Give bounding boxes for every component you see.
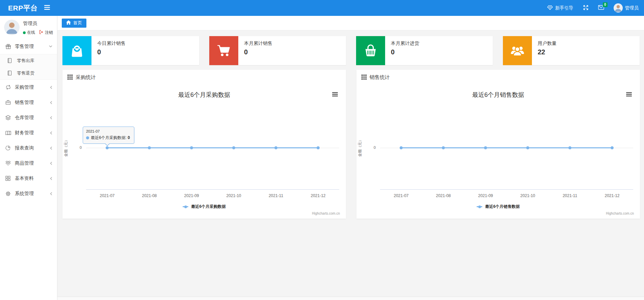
chart-credits-link[interactable]: Highcharts.com.cn — [312, 212, 340, 215]
ledger-icon — [5, 131, 12, 135]
sidebar-item-label: 系统管理 — [15, 191, 50, 197]
home-icon — [66, 20, 71, 26]
chevron-down-icon — [49, 45, 52, 48]
sidebar-item-4[interactable]: 财务管理 — [0, 125, 57, 140]
sidebar-item-label: 仓库管理 — [15, 115, 50, 121]
pie-chart-icon — [5, 145, 12, 151]
tooltip-header: 2021-07 — [86, 129, 131, 133]
messages-button[interactable]: 0 — [598, 0, 604, 16]
chart-panels-row: 采购统计最近6个月采购数据金额（元）02021-072021-082021-09… — [62, 70, 640, 219]
sidebar-item-1[interactable]: 采购管理 — [0, 80, 57, 95]
legend-item[interactable]: 最近6个月销售数据 — [477, 204, 520, 210]
sidebar-submenu: 零售出库零售退货 — [0, 54, 57, 80]
fullscreen-button[interactable] — [583, 0, 589, 16]
sidebar-item-6[interactable]: 商品管理 — [0, 156, 57, 171]
stat-card-label: 本月累计销售 — [244, 40, 272, 47]
logout-link[interactable]: 注销 — [39, 30, 53, 35]
online-status-label: 在线 — [27, 30, 35, 35]
chevron-left-icon — [50, 86, 52, 89]
app-brand: ERP平台 — [8, 0, 38, 16]
sidebar-item-8[interactable]: 系统管理 — [0, 186, 57, 201]
chart-tooltip: 2021-07最近6个月采购数据: 0 — [83, 127, 134, 144]
stat-card-label: 用户数量 — [538, 40, 557, 47]
online-status-icon — [23, 31, 26, 34]
shopping-cart-icon — [209, 36, 238, 65]
chart-series[interactable] — [356, 70, 640, 219]
chart-legend: 最近6个月采购数据 — [62, 204, 346, 210]
chart-credits-link[interactable]: Highcharts.com.cn — [606, 212, 634, 215]
sidebar-item-label: 采购管理 — [15, 84, 50, 90]
panel-header: 采购统计 — [68, 74, 96, 81]
avatar — [4, 20, 20, 35]
journal-icon — [7, 71, 15, 76]
logout-label: 注销 — [45, 30, 53, 35]
briefcase-icon — [5, 100, 12, 105]
sidebar-item-5[interactable]: 报表查询 — [0, 140, 57, 156]
breadcrumb: 首页 — [57, 16, 644, 30]
sidebar-subitem-label: 零售出库 — [17, 58, 57, 64]
tooltip-series-dot-icon — [86, 136, 89, 139]
box-icon — [5, 161, 12, 166]
legend-item[interactable]: 最近6个月采购数据 — [183, 204, 226, 210]
sidebar-subitem-label: 零售退货 — [17, 70, 57, 76]
sidebar-item-0[interactable]: 零售管理 — [0, 39, 57, 54]
sidebar-item-label: 销售管理 — [15, 100, 50, 106]
stat-card-2[interactable]: 本月累计进货0 — [356, 36, 493, 65]
users-icon — [503, 36, 532, 65]
stat-card-value: 22 — [538, 48, 557, 56]
gem-icon — [547, 5, 553, 11]
avatar — [614, 3, 623, 12]
chevron-left-icon — [50, 131, 52, 135]
tooltip-series-label: 最近6个月采购数据: 0 — [91, 135, 130, 141]
sidebar-item-label: 报表查询 — [15, 145, 50, 151]
legend-marker-icon — [183, 206, 188, 207]
page-footer — [57, 297, 644, 300]
sidebar-user-name: 管理员 — [23, 21, 53, 27]
th-icon — [68, 75, 73, 81]
layers-icon — [5, 115, 12, 120]
sidebar-subitem-0[interactable]: 零售出库 — [0, 54, 57, 67]
journal-icon — [7, 58, 15, 63]
sidebar-user-panel: 管理员 在线 注销 — [0, 16, 57, 39]
sales-stats-panel: 销售统计最近6个月销售数据金额（元）02021-072021-082021-09… — [356, 70, 640, 219]
user-menu[interactable]: 管理员 — [614, 0, 639, 16]
sidebar-item-7[interactable]: 基本资料 — [0, 171, 57, 186]
sidebar-item-3[interactable]: 仓库管理 — [0, 110, 57, 125]
stat-card-1[interactable]: 本月累计销售0 — [209, 36, 346, 65]
chevron-left-icon — [50, 192, 52, 195]
chevron-left-icon — [50, 101, 52, 104]
grid-icon — [5, 176, 12, 181]
chevron-left-icon — [50, 162, 52, 165]
breadcrumb-tab-home[interactable]: 首页 — [62, 19, 86, 28]
main-content: 首页 今日累计销售0本月累计销售0本月累计进货0用户数量22 采购统计最近6个月… — [57, 16, 644, 300]
erp-dashboard: ERP平台 新手引导 0 管理员 — [0, 0, 644, 300]
panel-title: 采购统计 — [76, 74, 96, 81]
panel-header: 销售统计 — [361, 74, 390, 81]
top-navbar: ERP平台 新手引导 0 管理员 — [0, 0, 644, 16]
sidebar-item-label: 基本资料 — [15, 175, 50, 182]
sidebar-toggle-button[interactable] — [40, 0, 54, 16]
stat-card-value: 0 — [244, 48, 272, 56]
sidebar-item-2[interactable]: 销售管理 — [0, 95, 57, 110]
shopping-basket-icon — [356, 36, 385, 65]
hamburger-icon — [44, 5, 50, 11]
stat-card-value: 0 — [97, 48, 126, 56]
sidebar-menu: 零售管理零售出库零售退货采购管理销售管理仓库管理财务管理报表查询商品管理基本资料… — [0, 39, 57, 201]
stat-card-label: 今日累计销售 — [97, 40, 126, 47]
chevron-left-icon — [50, 177, 52, 180]
breadcrumb-home-label: 首页 — [73, 20, 82, 26]
legend-label: 最近6个月销售数据 — [485, 204, 520, 210]
gear-icon — [5, 191, 12, 196]
navbar-right: 新手引导 0 管理员 — [547, 0, 639, 16]
repeat-icon — [5, 85, 12, 90]
guide-label: 新手引导 — [555, 5, 573, 11]
message-count-badge: 0 — [603, 2, 608, 7]
sidebar: 管理员 在线 注销 零售管理零售出库零售退货采购管理销售管理仓库管理财务管理报表… — [0, 16, 57, 300]
guide-button[interactable]: 新手引导 — [547, 0, 573, 16]
stat-card-3[interactable]: 用户数量22 — [503, 36, 640, 65]
sidebar-item-label: 商品管理 — [15, 160, 50, 166]
stat-card-0[interactable]: 今日累计销售0 — [62, 36, 199, 65]
gift-icon — [5, 44, 12, 49]
sidebar-subitem-1[interactable]: 零售退货 — [0, 67, 57, 79]
sidebar-item-label: 零售管理 — [15, 44, 49, 50]
